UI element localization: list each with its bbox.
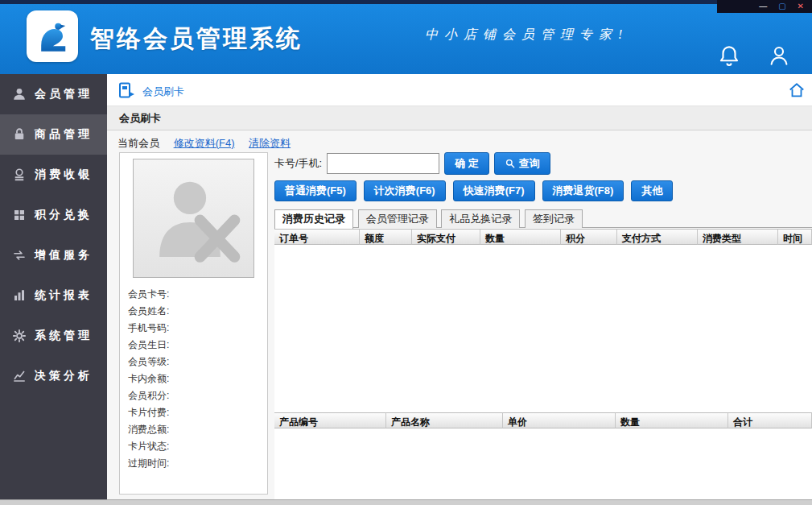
value-services-icon (12, 248, 27, 263)
sidebar-item-system-management[interactable]: 系统管理 (0, 316, 107, 356)
member-field-name: 会员姓名: (128, 303, 259, 320)
member-field-card-status: 卡片状态: (128, 438, 259, 455)
col-product-quantity[interactable]: 数量 (616, 412, 728, 428)
col-product-name[interactable]: 产品名称 (386, 412, 503, 428)
col-actual-paid[interactable]: 实际支付 (412, 229, 480, 245)
other-button[interactable]: 其他 (631, 180, 673, 201)
sidebar-item-points-exchange[interactable]: 积分兑换 (0, 195, 107, 235)
history-table-body (274, 245, 812, 412)
record-tabs: 消费历史记录 会员管理记录 礼品兑换记录 签到记录 (274, 209, 812, 228)
sidebar-item-reports[interactable]: 统计报表 (0, 275, 107, 316)
refund-button[interactable]: 消费退货(F8) (542, 180, 624, 201)
col-time[interactable]: 时间 (778, 229, 812, 245)
app-title: 智络会员管理系统 (90, 23, 303, 56)
current-member-row: 当前会员 修改资料(F4) 清除资料 (117, 136, 291, 151)
swan-logo-icon (31, 15, 73, 57)
app-logo (27, 10, 78, 62)
sidebar-item-label: 消费收银 (35, 168, 93, 182)
member-info-panel: 会员卡号: 会员姓名: 手机号码: 会员生日: 会员等级: 卡内余额: 会员积分… (119, 152, 268, 495)
normal-consume-button[interactable]: 普通消费(F5) (274, 180, 357, 201)
cashier-icon (12, 168, 27, 182)
col-payment-method[interactable]: 支付方式 (617, 229, 698, 245)
member-field-card-payment: 卡片付费: (128, 404, 259, 421)
col-product-no[interactable]: 产品编号 (274, 412, 386, 428)
col-quantity[interactable]: 数量 (480, 229, 561, 245)
page-title: 会员刷卡 (107, 106, 812, 130)
member-field-level: 会员等级: (128, 354, 259, 370)
bell-icon[interactable] (717, 43, 741, 68)
member-field-expiry: 过期时间: (128, 455, 259, 472)
sidebar-item-member-management[interactable]: 会员管理 (0, 74, 107, 114)
col-consume-type[interactable]: 消费类型 (698, 229, 778, 245)
member-field-card-no: 会员卡号: (128, 286, 259, 303)
sidebar-item-label: 商品管理 (35, 127, 93, 142)
swipe-card-icon (117, 81, 136, 100)
analysis-icon (12, 369, 27, 383)
product-table-body (274, 428, 812, 499)
tab-consume-history[interactable]: 消费历史记录 (274, 209, 353, 229)
confirm-button[interactable]: 确 定 (444, 152, 489, 175)
window-controls: — ▢ ✕ (717, 0, 812, 13)
app-header: 智络会员管理系统 中小店铺会员管理专家! (0, 0, 812, 74)
quick-consume-button[interactable]: 快速消费(F7) (453, 180, 535, 201)
card-search-label: 卡号/手机: (274, 156, 322, 171)
member-field-birthday: 会员生日: (128, 337, 259, 354)
member-photo-placeholder (133, 159, 254, 278)
transaction-pane: 卡号/手机: 确 定 查询 普通消费(F5) 计次消费(F6) 快速消费(F7)… (274, 130, 812, 499)
consume-actions-row: 普通消费(F5) 计次消费(F6) 快速消费(F7) 消费退货(F8) 其他 (274, 180, 673, 201)
query-button[interactable]: 查询 (494, 152, 550, 175)
user-icon[interactable] (767, 43, 791, 68)
breadcrumb-bar: 会员刷卡 (107, 74, 812, 106)
product-table-header: 产品编号 产品名称 单价 数量 合计 (274, 412, 812, 428)
tab-member-records[interactable]: 会员管理记录 (358, 209, 437, 228)
card-search-input[interactable] (327, 153, 439, 174)
product-icon (12, 127, 27, 142)
no-member-silhouette-icon (142, 168, 246, 269)
sidebar-item-label: 会员管理 (35, 87, 93, 101)
history-table-header: 订单号 额度 实际支付 数量 积分 支付方式 消费类型 时间 (274, 229, 812, 245)
gear-icon (12, 329, 27, 343)
window-minimize-button[interactable]: — (759, 0, 767, 13)
report-icon (12, 288, 27, 303)
sidebar-item-label: 统计报表 (35, 288, 93, 303)
sidebar-item-cashier[interactable]: 消费收银 (0, 155, 107, 195)
card-search-row: 卡号/手机: 确 定 查询 (274, 151, 550, 176)
member-icon (12, 87, 27, 101)
window-bottom-border (0, 499, 812, 505)
sidebar-item-label: 增值服务 (35, 248, 93, 263)
count-consume-button[interactable]: 计次消费(F6) (364, 180, 446, 201)
member-field-balance: 卡内余额: (128, 370, 259, 387)
edit-profile-link[interactable]: 修改资料(F4) (174, 137, 235, 149)
member-field-points: 会员积分: (128, 387, 259, 404)
breadcrumb-label: 会员刷卡 (142, 85, 184, 99)
tab-gift-exchange-records[interactable]: 礼品兑换记录 (441, 209, 520, 228)
col-amount[interactable]: 额度 (360, 229, 412, 245)
app-tagline: 中小店铺会员管理专家! (425, 27, 629, 43)
sidebar: 会员管理 商品管理 消费收银 积分兑换 增值服务 统计报表 (0, 74, 107, 499)
sidebar-item-label: 积分兑换 (35, 208, 93, 222)
col-points[interactable]: 积分 (561, 229, 617, 245)
tab-checkin-records[interactable]: 签到记录 (525, 209, 583, 228)
window-maximize-button[interactable]: ▢ (778, 0, 785, 13)
sidebar-item-value-services[interactable]: 增值服务 (0, 235, 107, 275)
sidebar-item-label: 系统管理 (35, 329, 93, 343)
member-field-phone: 手机号码: (128, 320, 259, 337)
col-order-no[interactable]: 订单号 (274, 229, 360, 245)
col-total[interactable]: 合计 (728, 412, 812, 428)
query-button-label: 查询 (519, 156, 540, 171)
points-exchange-icon (12, 208, 27, 222)
current-member-label: 当前会员 (117, 137, 159, 149)
window-close-button[interactable]: ✕ (798, 0, 804, 13)
sidebar-item-label: 决策分析 (35, 369, 93, 383)
member-field-total-consumption: 消费总额: (128, 421, 259, 438)
home-icon[interactable] (788, 81, 806, 99)
magnifier-icon (505, 158, 516, 169)
window-title-strip (0, 0, 812, 4)
member-fields: 会员卡号: 会员姓名: 手机号码: 会员生日: 会员等级: 卡内余额: 会员积分… (120, 284, 267, 474)
sidebar-item-product-management[interactable]: 商品管理 (0, 114, 107, 155)
col-unit-price[interactable]: 单价 (503, 412, 616, 428)
sidebar-item-decision-analysis[interactable]: 决策分析 (0, 356, 107, 396)
main-content: 当前会员 修改资料(F4) 清除资料 会员卡号: 会员姓名: 手机号码: 会员生… (107, 130, 812, 499)
